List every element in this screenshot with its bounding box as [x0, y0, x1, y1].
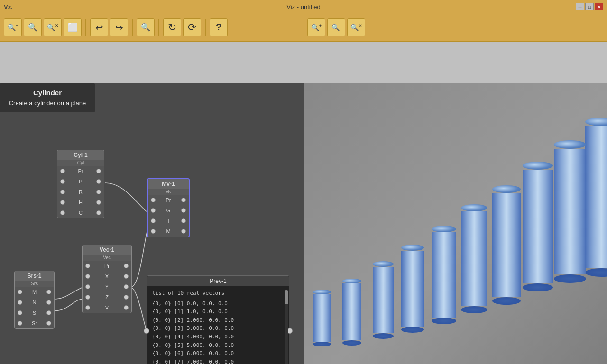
srs1-port-m-left[interactable]	[18, 290, 22, 294]
cylinder-6	[461, 204, 487, 313]
zoom-remove-button[interactable]: 🔍✕	[44, 18, 62, 36]
node-mv1-type: Mv	[148, 189, 189, 195]
vec1-port-pr-right[interactable]	[124, 264, 129, 268]
cyl1-port-h-left[interactable]	[60, 200, 65, 205]
node-srs1-type: Srs	[15, 281, 54, 287]
refresh1-icon: ↻	[168, 21, 176, 34]
cyl1-port-pr-right[interactable]	[96, 169, 101, 173]
toolbar: 🔍+ 🔍 🔍✕ ⬜ ↩ ↪ 🔍 ↻ ⟳ ? 🔍+ 🔍- 🔍✕	[0, 13, 607, 42]
vec1-port-z: Z	[83, 292, 131, 302]
mv1-port-g-left[interactable]	[151, 208, 156, 213]
frame-button[interactable]: ⬜	[64, 18, 82, 36]
mv1-port-pr-left[interactable]	[151, 198, 156, 202]
srs1-port-s-right[interactable]	[46, 310, 51, 315]
cyl1-port-c-right[interactable]	[96, 210, 101, 215]
prev-panel-scrollbar[interactable]	[285, 290, 288, 364]
refresh2-icon: ⟳	[188, 21, 196, 34]
cyl1-port-h: H	[57, 197, 104, 208]
zoom-find-button[interactable]: 🔍	[24, 18, 42, 36]
view-zoom-x-button[interactable]: 🔍✕	[347, 18, 365, 36]
prev-panel-scrollthumb[interactable]	[285, 290, 288, 304]
mv1-port-pr-right[interactable]	[181, 198, 186, 202]
mv1-port-g: G	[148, 205, 189, 216]
zoom-find-icon: 🔍	[28, 23, 37, 32]
mv1-port-m-right[interactable]	[181, 229, 186, 234]
mv1-port-t-left[interactable]	[151, 218, 156, 223]
vec1-port-y: Y	[83, 282, 131, 292]
zoom-add-button[interactable]: 🔍+	[4, 18, 22, 36]
view-zoom-in-button[interactable]: 🔍+	[307, 18, 325, 36]
vec1-port-v: V	[83, 302, 131, 313]
prev-panel-left-port[interactable]	[144, 328, 149, 334]
restore-button[interactable]: □	[585, 3, 594, 10]
srs1-port-sr-right[interactable]	[46, 321, 51, 326]
vec1-port-v-right[interactable]	[124, 305, 129, 310]
undo-button[interactable]: ↩	[90, 18, 108, 36]
srs1-port-m-right[interactable]	[46, 290, 51, 294]
srs1-port-n-right[interactable]	[46, 300, 51, 305]
help-button[interactable]: ?	[210, 18, 228, 36]
cyl1-port-c: C	[57, 208, 104, 218]
mv1-port-g-right[interactable]	[181, 208, 186, 213]
viewport-3d[interactable]: X Y Z	[304, 83, 607, 364]
cylinder-8	[523, 162, 553, 291]
node-vec1[interactable]: Vec-1 Vec Pr X Y Z	[82, 245, 132, 313]
node-vec1-id: Vec-1	[83, 245, 131, 255]
zoom-fit-button[interactable]: 🔍	[137, 18, 155, 36]
vec1-port-x: X	[83, 271, 131, 282]
vec1-port-x-right[interactable]	[124, 274, 129, 279]
viewport-toolbar: 🔍+ 🔍- 🔍✕	[304, 13, 607, 42]
minimize-button[interactable]: ─	[576, 3, 584, 10]
view-zoom-out-button[interactable]: 🔍-	[327, 18, 345, 36]
refresh2-button[interactable]: ⟳	[183, 18, 201, 36]
node-mv1-id: Mv-1	[148, 179, 189, 189]
cyl1-port-r-left[interactable]	[60, 190, 65, 194]
window-title: Viz - untitled	[286, 3, 320, 10]
srs1-port-n-left[interactable]	[18, 300, 22, 305]
close-button[interactable]: ✕	[595, 3, 603, 10]
cyl1-port-r-right[interactable]	[96, 190, 101, 194]
prev-row-3: {0, 0} [3] 3.000, 0.0, 0.0	[152, 324, 284, 333]
cyl1-port-c-left[interactable]	[60, 210, 65, 215]
vec1-port-pr-left[interactable]	[85, 264, 90, 268]
node-mv1[interactable]: Mv-1 Mv Pr G T M	[147, 178, 190, 237]
cylinder-1	[313, 290, 331, 346]
node-editor[interactable]: Cylinder Create a cylinder on a plane Cy…	[0, 83, 304, 364]
preview-panel[interactable]: Prev-1 list of 10 real vectors {0, 0} [0…	[147, 275, 289, 364]
vec1-port-z-right[interactable]	[124, 295, 129, 300]
vec1-port-y-right[interactable]	[124, 284, 129, 289]
tooltip-box: Cylinder Create a cylinder on a plane	[0, 83, 95, 112]
vec1-port-x-left[interactable]	[85, 274, 90, 279]
view-zoom-out-icon: 🔍-	[331, 23, 341, 31]
cylinder-9	[554, 140, 586, 283]
vec1-port-y-left[interactable]	[85, 284, 90, 289]
cyl1-port-p-right[interactable]	[96, 179, 101, 184]
cyl1-port-h-right[interactable]	[96, 200, 101, 205]
cyl1-port-p-left[interactable]	[60, 179, 65, 184]
view-zoom-x-icon: 🔍✕	[350, 23, 362, 31]
undo-icon: ↩	[95, 22, 103, 33]
refresh1-button[interactable]: ↻	[163, 18, 181, 36]
tooltip-description: Create a cylinder on a plane	[8, 99, 87, 109]
prev-panel-header: Prev-1	[147, 276, 289, 286]
prev-row-6: {0, 0} [6] 6.000, 0.0, 0.0	[152, 349, 284, 358]
node-cyl1[interactable]: Cyl-1 Cyl Pr P R H	[57, 150, 104, 218]
redo-button[interactable]: ↪	[110, 18, 128, 36]
separator1	[85, 19, 86, 36]
zoom-remove-icon: 🔍✕	[47, 23, 59, 31]
srs1-port-sr-left[interactable]	[18, 321, 22, 326]
viewport-background: X Y Z	[304, 83, 607, 364]
prev-panel-content: list of 10 real vectors {0, 0} [0] 0.0, …	[147, 286, 289, 364]
vec1-port-v-left[interactable]	[85, 305, 90, 310]
cyl1-port-pr-left[interactable]	[60, 169, 65, 173]
node-cyl1-id: Cyl-1	[57, 150, 104, 160]
mv1-port-m-left[interactable]	[151, 229, 156, 234]
cyl1-port-p: P	[57, 176, 104, 187]
srs1-port-s: S	[15, 308, 54, 318]
srs1-port-s-left[interactable]	[18, 310, 22, 315]
vec1-port-z-left[interactable]	[85, 295, 90, 300]
tooltip-title: Cylinder	[8, 87, 87, 99]
node-srs1[interactable]: Srs-1 Srs M N S Sr	[14, 271, 55, 329]
mv1-port-t-right[interactable]	[181, 218, 186, 223]
prev-content-title: list of 10 real vectors	[152, 289, 284, 298]
